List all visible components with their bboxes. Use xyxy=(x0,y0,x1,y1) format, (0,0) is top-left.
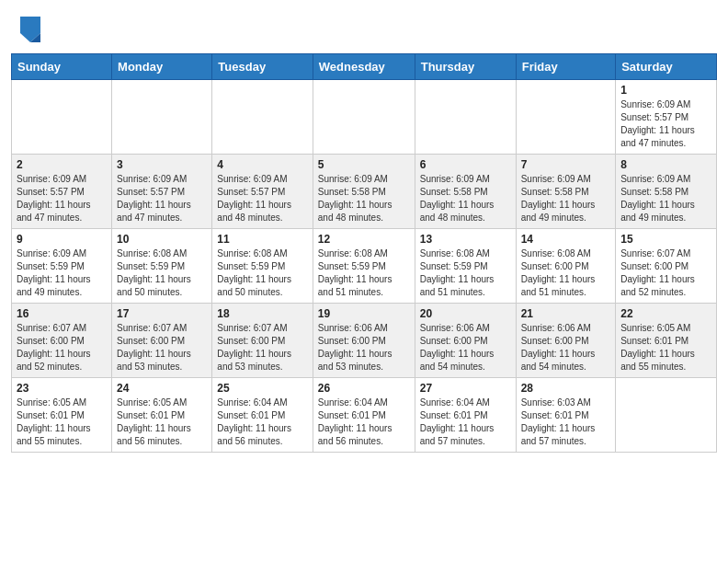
day-number: 17 xyxy=(117,307,207,320)
weekday-header-tuesday: Tuesday xyxy=(212,54,313,80)
day-info: Sunrise: 6:05 AMSunset: 6:01 PMDaylight:… xyxy=(17,396,107,448)
day-info: Sunrise: 6:09 AMSunset: 5:57 PMDaylight:… xyxy=(217,173,307,224)
day-cell xyxy=(12,80,112,155)
day-number: 28 xyxy=(521,382,611,395)
day-info: Sunrise: 6:05 AMSunset: 6:01 PMDaylight:… xyxy=(117,396,207,448)
logo xyxy=(18,17,44,46)
day-cell xyxy=(616,378,717,453)
day-cell: 24Sunrise: 6:05 AMSunset: 6:01 PMDayligh… xyxy=(112,378,212,453)
day-number: 24 xyxy=(117,382,207,395)
day-number: 9 xyxy=(17,233,107,246)
day-number: 4 xyxy=(217,158,307,171)
day-info: Sunrise: 6:04 AMSunset: 6:01 PMDaylight:… xyxy=(420,396,511,448)
day-cell: 27Sunrise: 6:04 AMSunset: 6:01 PMDayligh… xyxy=(415,378,516,453)
day-cell: 9Sunrise: 6:09 AMSunset: 5:59 PMDaylight… xyxy=(12,229,112,304)
day-number: 12 xyxy=(318,233,410,246)
day-info: Sunrise: 6:09 AMSunset: 5:58 PMDaylight:… xyxy=(420,173,511,224)
day-cell: 22Sunrise: 6:05 AMSunset: 6:01 PMDayligh… xyxy=(616,304,717,378)
day-cell: 7Sunrise: 6:09 AMSunset: 5:58 PMDaylight… xyxy=(516,155,616,229)
week-row-3: 9Sunrise: 6:09 AMSunset: 5:59 PMDaylight… xyxy=(12,229,717,304)
calendar-table: SundayMondayTuesdayWednesdayThursdayFrid… xyxy=(11,53,717,453)
day-info: Sunrise: 6:09 AMSunset: 5:58 PMDaylight:… xyxy=(620,173,711,224)
day-info: Sunrise: 6:06 AMSunset: 6:00 PMDaylight:… xyxy=(420,322,511,373)
day-number: 18 xyxy=(217,307,307,320)
day-info: Sunrise: 6:07 AMSunset: 6:00 PMDaylight:… xyxy=(17,322,107,373)
day-cell: 10Sunrise: 6:08 AMSunset: 5:59 PMDayligh… xyxy=(112,229,212,304)
day-info: Sunrise: 6:07 AMSunset: 6:00 PMDaylight:… xyxy=(217,322,307,373)
day-cell: 28Sunrise: 6:03 AMSunset: 6:01 PMDayligh… xyxy=(516,378,616,453)
day-info: Sunrise: 6:07 AMSunset: 6:00 PMDaylight:… xyxy=(620,247,711,299)
day-cell: 5Sunrise: 6:09 AMSunset: 5:58 PMDaylight… xyxy=(313,155,415,229)
day-number: 16 xyxy=(17,307,107,320)
day-cell: 13Sunrise: 6:08 AMSunset: 5:59 PMDayligh… xyxy=(415,229,516,304)
day-cell: 25Sunrise: 6:04 AMSunset: 6:01 PMDayligh… xyxy=(212,378,313,453)
day-info: Sunrise: 6:08 AMSunset: 6:00 PMDaylight:… xyxy=(521,247,611,299)
day-cell: 14Sunrise: 6:08 AMSunset: 6:00 PMDayligh… xyxy=(516,229,616,304)
day-info: Sunrise: 6:09 AMSunset: 5:57 PMDaylight:… xyxy=(620,98,711,150)
day-cell xyxy=(212,80,313,155)
day-info: Sunrise: 6:06 AMSunset: 6:00 PMDaylight:… xyxy=(318,322,410,373)
day-cell: 15Sunrise: 6:07 AMSunset: 6:00 PMDayligh… xyxy=(616,229,717,304)
day-number: 15 xyxy=(620,233,711,246)
week-row-2: 2Sunrise: 6:09 AMSunset: 5:57 PMDaylight… xyxy=(12,155,717,229)
day-number: 7 xyxy=(521,158,611,171)
day-info: Sunrise: 6:03 AMSunset: 6:01 PMDaylight:… xyxy=(521,396,611,448)
weekday-header-wednesday: Wednesday xyxy=(313,54,415,80)
day-cell: 26Sunrise: 6:04 AMSunset: 6:01 PMDayligh… xyxy=(313,378,415,453)
logo-icon xyxy=(20,17,40,42)
day-cell: 21Sunrise: 6:06 AMSunset: 6:00 PMDayligh… xyxy=(516,304,616,378)
weekday-header-row: SundayMondayTuesdayWednesdayThursdayFrid… xyxy=(12,54,717,80)
day-number: 19 xyxy=(318,307,410,320)
day-cell: 12Sunrise: 6:08 AMSunset: 5:59 PMDayligh… xyxy=(313,229,415,304)
day-info: Sunrise: 6:08 AMSunset: 5:59 PMDaylight:… xyxy=(318,247,410,299)
day-number: 23 xyxy=(17,382,107,395)
day-info: Sunrise: 6:09 AMSunset: 5:59 PMDaylight:… xyxy=(17,247,107,299)
day-number: 6 xyxy=(420,158,511,171)
day-number: 11 xyxy=(217,233,307,246)
day-cell: 2Sunrise: 6:09 AMSunset: 5:57 PMDaylight… xyxy=(12,155,112,229)
weekday-header-sunday: Sunday xyxy=(12,54,112,80)
day-number: 5 xyxy=(318,158,410,171)
day-cell: 23Sunrise: 6:05 AMSunset: 6:01 PMDayligh… xyxy=(12,378,112,453)
day-number: 25 xyxy=(217,382,307,395)
day-number: 1 xyxy=(620,84,711,97)
day-number: 2 xyxy=(17,158,107,171)
day-number: 21 xyxy=(521,307,611,320)
day-number: 14 xyxy=(521,233,611,246)
day-cell: 4Sunrise: 6:09 AMSunset: 5:57 PMDaylight… xyxy=(212,155,313,229)
day-info: Sunrise: 6:09 AMSunset: 5:57 PMDaylight:… xyxy=(17,173,107,224)
day-info: Sunrise: 6:08 AMSunset: 5:59 PMDaylight:… xyxy=(420,247,511,299)
day-cell: 3Sunrise: 6:09 AMSunset: 5:57 PMDaylight… xyxy=(112,155,212,229)
weekday-header-friday: Friday xyxy=(516,54,616,80)
day-number: 27 xyxy=(420,382,511,395)
day-cell: 19Sunrise: 6:06 AMSunset: 6:00 PMDayligh… xyxy=(313,304,415,378)
day-number: 26 xyxy=(318,382,410,395)
header xyxy=(0,0,728,53)
day-info: Sunrise: 6:05 AMSunset: 6:01 PMDaylight:… xyxy=(620,322,711,373)
day-number: 13 xyxy=(420,233,511,246)
day-cell xyxy=(112,80,212,155)
day-cell xyxy=(313,80,415,155)
day-cell xyxy=(516,80,616,155)
day-cell: 1Sunrise: 6:09 AMSunset: 5:57 PMDaylight… xyxy=(616,80,717,155)
day-number: 8 xyxy=(620,158,711,171)
day-cell: 8Sunrise: 6:09 AMSunset: 5:58 PMDaylight… xyxy=(616,155,717,229)
day-cell: 11Sunrise: 6:08 AMSunset: 5:59 PMDayligh… xyxy=(212,229,313,304)
day-info: Sunrise: 6:04 AMSunset: 6:01 PMDaylight:… xyxy=(318,396,410,448)
day-number: 22 xyxy=(620,307,711,320)
day-cell: 6Sunrise: 6:09 AMSunset: 5:58 PMDaylight… xyxy=(415,155,516,229)
page: SundayMondayTuesdayWednesdayThursdayFrid… xyxy=(0,0,728,563)
day-cell xyxy=(415,80,516,155)
day-info: Sunrise: 6:04 AMSunset: 6:01 PMDaylight:… xyxy=(217,396,307,448)
week-row-5: 23Sunrise: 6:05 AMSunset: 6:01 PMDayligh… xyxy=(12,378,717,453)
weekday-header-saturday: Saturday xyxy=(616,54,717,80)
day-info: Sunrise: 6:09 AMSunset: 5:58 PMDaylight:… xyxy=(318,173,410,224)
day-info: Sunrise: 6:08 AMSunset: 5:59 PMDaylight:… xyxy=(217,247,307,299)
weekday-header-thursday: Thursday xyxy=(415,54,516,80)
day-number: 20 xyxy=(420,307,511,320)
weekday-header-monday: Monday xyxy=(112,54,212,80)
week-row-1: 1Sunrise: 6:09 AMSunset: 5:57 PMDaylight… xyxy=(12,80,717,155)
day-cell: 17Sunrise: 6:07 AMSunset: 6:00 PMDayligh… xyxy=(112,304,212,378)
day-cell: 18Sunrise: 6:07 AMSunset: 6:00 PMDayligh… xyxy=(212,304,313,378)
day-cell: 20Sunrise: 6:06 AMSunset: 6:00 PMDayligh… xyxy=(415,304,516,378)
